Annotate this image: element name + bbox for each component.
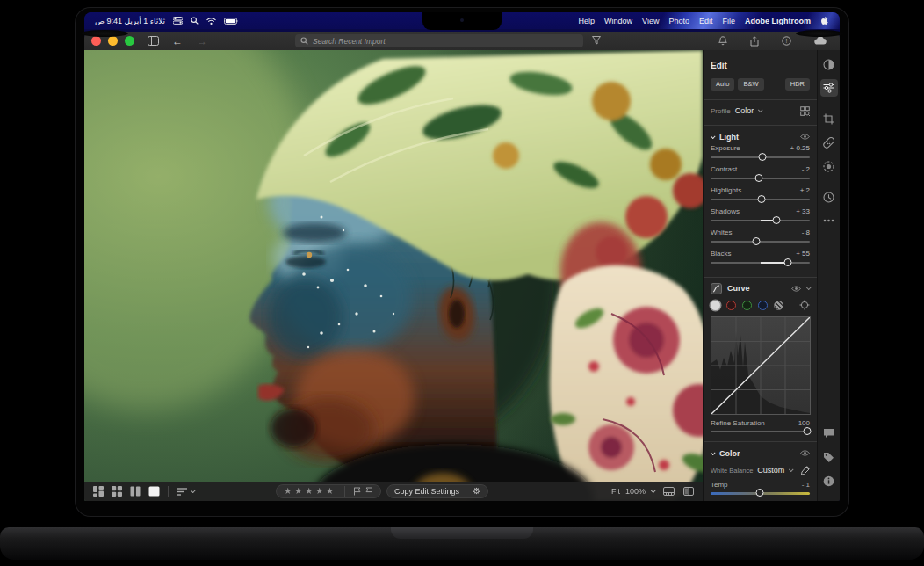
fit-label[interactable]: Fit (611, 487, 620, 496)
highlights-slider[interactable]: Highlights+ 2 (711, 186, 810, 205)
copy-edit-settings-button[interactable]: Copy Edit Settings (394, 487, 459, 496)
filmstrip-icon[interactable] (663, 487, 675, 496)
more-icon[interactable] (820, 212, 838, 229)
photo-canvas[interactable] (84, 50, 703, 501)
help-icon[interactable]: ! (782, 36, 791, 46)
toolbar-divider (168, 486, 169, 497)
search-input[interactable]: Search Recent Import (295, 34, 583, 47)
wifi-icon[interactable] (206, 18, 216, 25)
menu-view[interactable]: View (642, 17, 659, 25)
auto-button[interactable]: Auto (711, 78, 734, 91)
gear-icon[interactable]: ⚙ (473, 487, 480, 496)
bell-icon[interactable] (718, 36, 727, 46)
slider-knob[interactable] (803, 427, 811, 435)
flag-pick-icon[interactable] (353, 487, 361, 496)
eye-icon[interactable] (791, 286, 801, 292)
shadows-slider[interactable]: Shadows+ 33 (711, 207, 810, 226)
slider-knob[interactable] (755, 489, 763, 497)
masking-icon[interactable] (820, 157, 838, 175)
back-arrow-icon[interactable]: ← (172, 35, 183, 47)
apple-logo-icon[interactable] (820, 16, 829, 25)
channel-green-button[interactable] (742, 301, 752, 310)
star-rating[interactable]: ★★★★★ (284, 487, 336, 496)
channel-all-button[interactable] (711, 301, 720, 310)
menu-file[interactable]: File (722, 17, 735, 25)
exposure-slider[interactable]: Exposure+ 0.25 (711, 144, 810, 163)
slider-knob[interactable] (752, 237, 760, 245)
eye-icon[interactable] (800, 134, 810, 140)
display-notch (422, 12, 502, 30)
app-titlebar: ← → Search Recent Import (84, 32, 840, 50)
channel-red-button[interactable] (726, 301, 736, 310)
eyedropper-icon[interactable] (800, 466, 810, 475)
contrast-slider[interactable]: Contrast- 2 (711, 165, 810, 184)
target-adjust-icon[interactable] (799, 300, 810, 310)
grid-mosaic-icon[interactable] (93, 486, 104, 497)
zoom-level[interactable]: 100% (625, 487, 646, 496)
menu-edit[interactable]: Edit (699, 17, 713, 25)
compare-columns-icon[interactable] (130, 486, 141, 497)
sort-control[interactable] (177, 488, 194, 496)
laptop-screen-bezel: ثلاثاء 1 أبريل 9:41 ص Help (75, 7, 849, 517)
slider-knob[interactable] (759, 153, 767, 161)
status-datetime[interactable]: ثلاثاء 1 أبريل 9:41 ص (95, 17, 165, 25)
info-icon[interactable] (820, 472, 838, 490)
slider-value: - 8 (802, 229, 810, 237)
menu-help[interactable]: Help (579, 17, 596, 25)
forward-arrow-icon[interactable]: → (197, 35, 207, 47)
keywords-icon[interactable] (820, 448, 838, 466)
comments-icon[interactable] (820, 424, 838, 442)
curve-section-header[interactable]: Curve (711, 283, 810, 294)
minimize-window-button[interactable] (108, 36, 118, 46)
before-after-icon[interactable] (683, 487, 694, 496)
temp-slider[interactable] (711, 492, 810, 495)
color-section-header[interactable]: Color (711, 449, 810, 458)
battery-icon[interactable] (224, 18, 239, 25)
camera-icon (460, 18, 464, 22)
share-icon[interactable] (750, 36, 759, 47)
chevron-down-icon[interactable] (806, 285, 812, 290)
search-icon[interactable] (191, 17, 199, 25)
tone-circle-icon[interactable] (820, 55, 838, 73)
search-placeholder: Search Recent Import (313, 37, 386, 46)
grid-square-icon[interactable] (112, 486, 122, 497)
slider-knob[interactable] (783, 258, 791, 266)
single-photo-icon[interactable] (148, 486, 160, 497)
eye-icon[interactable] (800, 450, 810, 456)
control-center-icon[interactable] (173, 17, 183, 25)
channel-blue-button[interactable] (758, 301, 768, 310)
whites-slider[interactable]: Whites- 8 (711, 229, 810, 247)
crop-icon[interactable] (820, 110, 838, 127)
preset-row: Auto B&W HDR (711, 78, 810, 91)
slider-knob[interactable] (754, 174, 762, 182)
slider-label: Contrast (711, 165, 737, 174)
menu-photo[interactable]: Photo (668, 17, 689, 25)
bw-button[interactable]: B&W (738, 78, 763, 91)
versions-icon[interactable] (820, 188, 838, 206)
chevron-down-icon[interactable] (789, 467, 794, 472)
edit-sliders-icon[interactable] (820, 79, 838, 97)
refine-saturation-slider[interactable] (711, 431, 810, 432)
profile-value[interactable]: Color (735, 106, 754, 115)
cloud-icon[interactable] (814, 37, 827, 45)
temp-label: Temp (711, 481, 728, 489)
profile-browse-icon[interactable] (800, 106, 810, 116)
menu-window[interactable]: Window (604, 17, 632, 25)
filter-icon[interactable] (592, 36, 601, 45)
menu-app-name[interactable]: Adobe Lightroom (745, 17, 811, 25)
close-window-button[interactable] (91, 36, 101, 46)
blacks-slider[interactable]: Blacks+ 55 (711, 250, 810, 268)
lightroom-window: ← → Search Recent Import (84, 32, 840, 501)
flag-reject-icon[interactable] (365, 487, 373, 496)
light-section-header[interactable]: Light (711, 133, 810, 142)
channel-mixed-button[interactable] (774, 301, 783, 310)
slider-knob[interactable] (757, 195, 765, 203)
hdr-button[interactable]: HDR (785, 78, 810, 91)
zoom-window-button[interactable] (125, 36, 134, 46)
slider-knob[interactable] (773, 216, 781, 224)
healing-icon[interactable] (820, 134, 838, 151)
sidebar-toggle-icon[interactable] (148, 36, 159, 46)
chevron-down-icon[interactable] (758, 107, 763, 112)
tone-curve-editor[interactable] (711, 316, 811, 415)
white-balance-value[interactable]: Custom (757, 466, 784, 475)
